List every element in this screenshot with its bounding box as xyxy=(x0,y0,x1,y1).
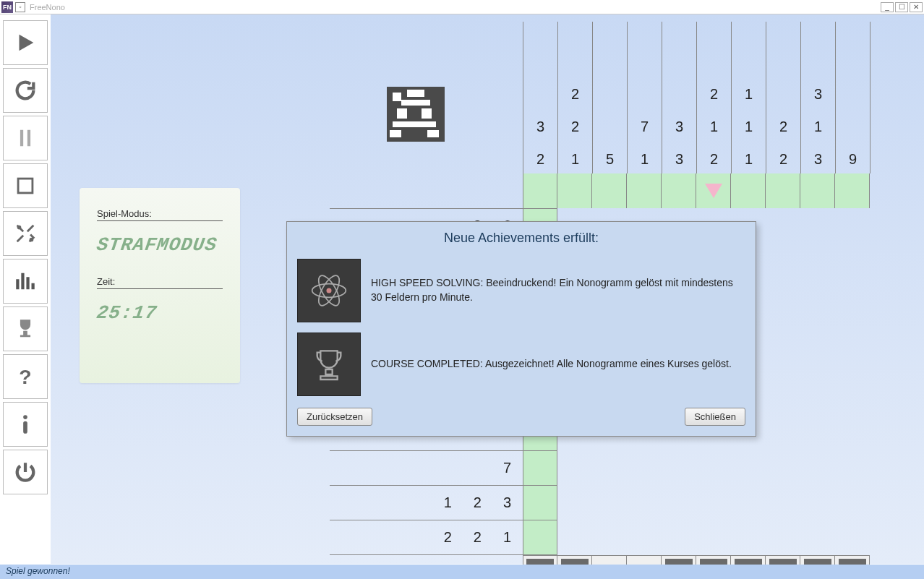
game-area: Spiel-Modus: STRAFMODUS Zeit: 25:17 3222… xyxy=(51,14,924,564)
column-marker xyxy=(800,173,835,208)
mode-value: STRAFMODUS xyxy=(95,234,224,256)
atom-icon xyxy=(297,259,361,322)
column-marker xyxy=(835,173,870,208)
row-hint: 7 xyxy=(330,451,523,486)
time-value: 25:17 xyxy=(95,302,224,324)
achievements-dialog: Neue Achievements erfüllt: HIGH SPEED SO… xyxy=(286,221,756,437)
window-title: FreeNono xyxy=(28,3,881,12)
pause-button[interactable] xyxy=(3,116,48,160)
trophy-icon xyxy=(297,333,361,396)
svg-rect-0 xyxy=(18,179,33,193)
row-hint: 123 xyxy=(330,486,523,520)
mode-label: Spiel-Modus: xyxy=(97,208,223,221)
achievement-text: HIGH SPEED SOLVING: Beeindruckend! Ein N… xyxy=(371,276,745,304)
column-marker xyxy=(592,173,627,208)
toolbar: ? xyxy=(0,14,51,564)
status-bar: Spiel gewonnen! xyxy=(0,565,924,579)
svg-rect-5 xyxy=(23,421,27,434)
column-marker xyxy=(627,173,662,208)
row-marker xyxy=(523,486,557,520)
column-marker xyxy=(766,173,800,208)
settings-button[interactable] xyxy=(3,211,48,256)
row-marker xyxy=(523,520,557,555)
column-hint: 111 xyxy=(732,22,766,173)
play-button[interactable] xyxy=(3,20,48,65)
svg-point-1 xyxy=(17,226,22,230)
stop-button[interactable] xyxy=(3,163,48,208)
active-column-indicator xyxy=(705,184,722,198)
close-button[interactable]: ✕ xyxy=(910,2,923,12)
maximize-button[interactable]: ☐ xyxy=(895,2,908,12)
info-panel: Spiel-Modus: STRAFMODUS Zeit: 25:17 xyxy=(80,188,240,383)
svg-point-9 xyxy=(327,288,332,293)
achievement-item: HIGH SPEED SOLVING: Beeindruckend! Ein N… xyxy=(297,259,745,322)
svg-point-2 xyxy=(30,238,34,242)
column-marker xyxy=(557,173,592,208)
achievement-item: COURSE COMPLETED: Ausgezeichnet! Alle No… xyxy=(297,333,745,396)
column-marker xyxy=(662,173,696,208)
svg-point-4 xyxy=(23,415,27,419)
achievement-text: COURSE COMPLETED: Ausgezeichnet! Alle No… xyxy=(371,357,732,372)
help-button[interactable]: ? xyxy=(3,354,48,399)
column-marker xyxy=(523,173,557,208)
restart-button[interactable] xyxy=(3,68,48,113)
column-hint: 22 xyxy=(766,22,801,173)
time-label: Zeit: xyxy=(97,276,223,289)
column-hint: 212 xyxy=(697,22,732,173)
column-hint: 221 xyxy=(558,22,593,173)
minimize-button[interactable]: _ xyxy=(881,2,894,12)
column-hint: 33 xyxy=(662,22,697,173)
column-hint: 313 xyxy=(801,22,836,173)
titlebar: FN ◦ FreeNono _ ☐ ✕ xyxy=(0,0,924,14)
column-hint: 5 xyxy=(593,22,628,173)
power-button[interactable] xyxy=(3,450,48,494)
svg-text:?: ? xyxy=(19,365,31,388)
column-hint: 32 xyxy=(523,22,558,173)
row-marker xyxy=(523,451,557,486)
column-hint: 71 xyxy=(628,22,662,173)
reset-button[interactable]: Zurücksetzen xyxy=(297,408,372,426)
info-button[interactable] xyxy=(3,402,48,447)
column-marker xyxy=(731,173,766,208)
achievements-button[interactable] xyxy=(3,306,48,351)
close-dialog-button[interactable]: Schließen xyxy=(685,408,745,426)
app-icon: FN xyxy=(1,1,13,13)
column-hint: 9 xyxy=(836,22,870,173)
column-marker xyxy=(696,173,731,208)
row-hint: 221 xyxy=(330,520,523,555)
column-hints: 3222157133212111223139 xyxy=(523,22,870,173)
sys-menu-icon[interactable]: ◦ xyxy=(15,2,25,12)
dialog-title: Neue Achievements erfüllt: xyxy=(297,231,745,246)
stats-button[interactable] xyxy=(3,259,48,304)
